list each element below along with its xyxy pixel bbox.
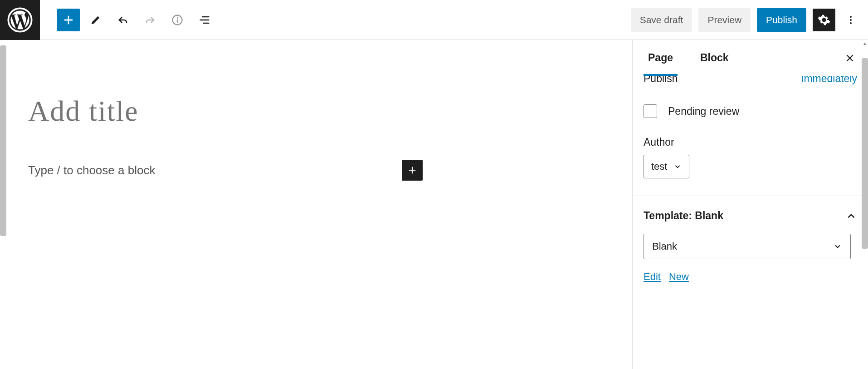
details-button[interactable] [166,9,189,31]
chevron-down-icon [673,162,682,171]
info-icon [171,14,184,26]
svg-point-2 [176,17,178,18]
outline-icon [198,14,211,26]
settings-sidebar: ▲ Page Block Publish Immediately Pending… [632,40,868,369]
svg-point-5 [850,19,852,21]
options-button[interactable] [842,9,860,31]
save-draft-button[interactable]: Save draft [631,8,692,32]
svg-rect-3 [177,19,178,22]
document-overview-button[interactable] [193,9,216,31]
tab-block[interactable]: Block [696,40,733,76]
add-block-inline-button[interactable] [402,160,423,181]
preview-button[interactable]: Preview [698,8,751,32]
publish-button[interactable]: Publish [757,8,806,32]
author-select-value: test [651,161,667,172]
svg-point-4 [850,16,852,18]
redo-icon [144,14,156,26]
more-vertical-icon [845,15,856,25]
template-select-value: Blank [652,241,677,252]
template-section-title: Template: Blank [644,210,723,222]
sidebar-scrollbar[interactable]: ▲ [862,40,868,369]
sidebar-tabs: Page Block [633,40,868,76]
pencil-icon [89,14,102,26]
editor-canvas: Type / to choose a block [0,40,632,369]
plus-icon [407,165,417,175]
author-label: Author [644,136,857,148]
author-select[interactable]: test [644,155,689,178]
toolbar-right: Save draft Preview Publish [631,8,868,32]
toolbar-left [40,9,216,31]
post-title-input[interactable] [28,94,423,128]
sidebar-scrollbar-thumb[interactable] [862,58,868,249]
plus-icon [62,14,75,26]
pending-review-label: Pending review [668,105,739,118]
template-edit-link[interactable]: Edit [644,271,661,283]
gear-icon [818,14,830,26]
main-area: Type / to choose a block ▲ Page Block Pu… [0,40,868,369]
add-block-toggle-button[interactable] [57,9,80,31]
redo-button[interactable] [139,9,161,31]
chevron-up-icon [845,210,857,222]
pending-review-row: Pending review [644,104,857,118]
close-icon [844,53,855,64]
wordpress-logo[interactable] [0,0,40,40]
svg-point-6 [850,22,852,24]
undo-icon [117,14,129,26]
scroll-up-arrow-icon: ▲ [863,41,867,46]
template-select[interactable]: Blank [644,234,851,259]
template-new-link[interactable]: New [669,271,689,283]
undo-button[interactable] [112,9,134,31]
tab-page[interactable]: Page [644,40,678,76]
close-sidebar-button[interactable] [843,51,857,65]
pending-review-checkbox[interactable] [644,104,657,118]
publish-label: Publish [644,76,678,81]
content-placeholder[interactable]: Type / to choose a block [28,163,402,177]
editor-scrollbar-thumb[interactable] [0,45,6,236]
chevron-down-icon [833,242,842,251]
editor-header: Save draft Preview Publish [0,0,868,40]
publish-value[interactable]: Immediately [801,76,857,81]
sidebar-panel: Publish Immediately Pending review Autho… [633,76,868,369]
template-links: Edit New [644,271,857,283]
template-section-header[interactable]: Template: Blank [644,196,857,234]
tools-button[interactable] [84,9,107,31]
settings-button[interactable] [813,9,835,31]
publish-schedule-row[interactable]: Publish Immediately [644,76,857,87]
wordpress-icon [7,7,33,33]
